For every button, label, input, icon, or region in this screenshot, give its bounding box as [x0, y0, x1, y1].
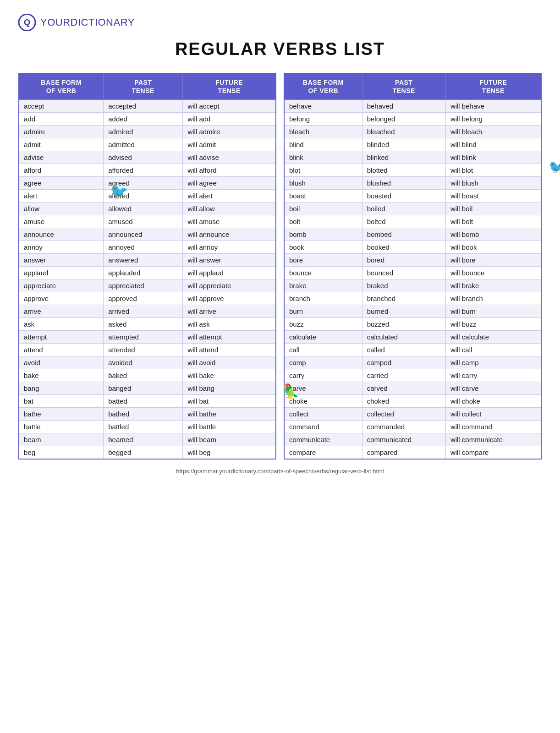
table-cell: will behave [445, 100, 541, 113]
table-row: buzzbuzzedwill buzz [284, 318, 541, 331]
table-cell: asked [104, 318, 183, 331]
table-row: boilboiledwill boil [284, 202, 541, 215]
table-row: allowallowedwill allow [19, 202, 276, 215]
table-cell: announce [19, 228, 104, 241]
table-row: avoidavoidedwill avoid [19, 356, 276, 369]
table-row: bombbombedwill bomb [284, 228, 541, 241]
table-cell: annoy [19, 241, 104, 254]
table-cell: alert🐦 [19, 190, 104, 202]
table-cell: avoided [104, 356, 183, 369]
table-cell: will camp [445, 356, 541, 369]
table-cell: bore [284, 254, 362, 267]
table-row: annoyannoyedwill annoy [19, 241, 276, 254]
table-cell: boil [284, 202, 362, 215]
table-cell: admit [19, 138, 104, 151]
table-cell: bored [362, 254, 445, 267]
table-cell: approve [19, 292, 104, 305]
table-cell: bleach [284, 126, 362, 138]
table-cell: will blot🐦 [445, 164, 541, 177]
table-cell: calculate [284, 331, 362, 344]
table-cell: blotted [362, 164, 445, 177]
table-row: batbattedwill bat [19, 395, 276, 408]
table-cell: branched [362, 292, 445, 305]
table-cell: called [362, 344, 445, 356]
table-row: brakebrakedwill brake [284, 279, 541, 292]
table-cell: approved [104, 292, 183, 305]
table-cell: will ask [183, 318, 276, 331]
table-cell: agree [19, 177, 104, 190]
table-row: bouncebouncedwill bounce [284, 267, 541, 279]
table-cell: book [284, 241, 362, 254]
table-cell: commanded [362, 421, 445, 433]
footer-url: https://grammar.yourdictionary.com/parts… [18, 468, 542, 475]
table-cell: calculated [362, 331, 445, 344]
table-cell: buzz [284, 318, 362, 331]
table-cell: alerted [104, 190, 183, 202]
table-row: approveapprovedwill approve [19, 292, 276, 305]
col-header-future-2: FUTURETENSE [445, 73, 541, 100]
table-cell: will book [445, 241, 541, 254]
table-cell: compared [362, 446, 445, 459]
table-cell: attend [19, 344, 104, 356]
table-cell: will choke [445, 395, 541, 408]
table-cell: bombed [362, 228, 445, 241]
table-cell: burn [284, 305, 362, 318]
logo-text: YOURDICTIONARY [40, 16, 135, 28]
table-row: branchbranchedwill branch [284, 292, 541, 305]
table-cell: carried [362, 369, 445, 382]
table-cell: answer [19, 254, 104, 267]
table-cell: braked [362, 279, 445, 292]
table-row: attendattendedwill attend [19, 344, 276, 356]
table-row: boreboredwill bore [284, 254, 541, 267]
table-cell: booked [362, 241, 445, 254]
table-cell: will compare [445, 446, 541, 459]
table-cell: beamed [104, 433, 183, 446]
table-cell: blush [284, 177, 362, 190]
table-row: adviseadvisedwill advise [19, 151, 276, 164]
table-cell: bathed [104, 408, 183, 421]
table-cell: attempted [104, 331, 183, 344]
table-cell: applauded [104, 267, 183, 279]
table-cell: will blush [445, 177, 541, 190]
table-row: applaudapplaudedwill applaud [19, 267, 276, 279]
table-cell: avoid [19, 356, 104, 369]
table-cell: will agree [183, 177, 276, 190]
table-cell: bounced [362, 267, 445, 279]
table-cell: accepted [104, 100, 183, 113]
table-cell: command [284, 421, 362, 433]
logo-icon: Q [18, 14, 36, 31]
table-cell: will alert [183, 190, 276, 202]
table-row: attemptattemptedwill attempt [19, 331, 276, 344]
verb-table-2: BASE FORMOF VERB PASTTENSE FUTURETENSE b… [284, 73, 542, 459]
table-cell: baked [104, 369, 183, 382]
table-row: appreciateappreciatedwill appreciate [19, 279, 276, 292]
table-cell: advise [19, 151, 104, 164]
table-cell: will carry [445, 369, 541, 382]
table-cell: will add [183, 113, 276, 126]
table-cell: will accept [183, 100, 276, 113]
table-cell: applaud [19, 267, 104, 279]
table-cell: will bake [183, 369, 276, 382]
table-cell: attended [104, 344, 183, 356]
table-cell: agreed [104, 177, 183, 190]
table-cell: brake [284, 279, 362, 292]
table-cell: will communicate [445, 433, 541, 446]
table-cell: will bomb [445, 228, 541, 241]
table-cell: bleached [362, 126, 445, 138]
table-cell: answered [104, 254, 183, 267]
table-cell: admire [19, 126, 104, 138]
table-cell: will brake [445, 279, 541, 292]
table-cell: will blink [445, 151, 541, 164]
table-row: commandcommandedwill command [284, 421, 541, 433]
table-cell: behaved [362, 100, 445, 113]
table-cell: blot [284, 164, 362, 177]
logo-your: YOUR [40, 16, 71, 28]
table-row: agreeagreedwill agree [19, 177, 276, 190]
verb-table-1: BASE FORMOF VERB PASTTENSE FUTURETENSE a… [18, 73, 276, 459]
table-cell: will bore [445, 254, 541, 267]
table-row: calculatecalculatedwill calculate [284, 331, 541, 344]
table-cell: will amuse [183, 215, 276, 228]
table-cell: bounce [284, 267, 362, 279]
table-cell: battle [19, 421, 104, 433]
col-header-base-1: BASE FORMOF VERB [19, 73, 104, 100]
